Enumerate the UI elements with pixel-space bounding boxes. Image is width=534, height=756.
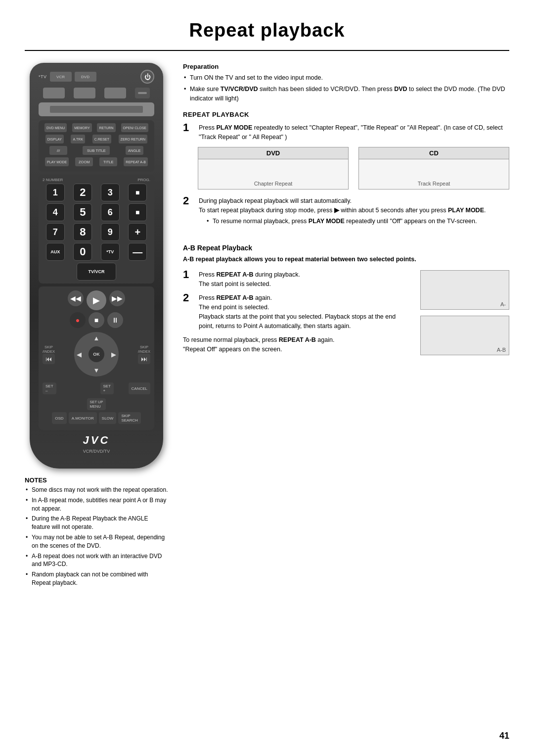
ab-bold-desc: A-B repeat playback allows you to repeat… — [183, 255, 509, 264]
remote-top-row: *TV VCR DVD ⏻ — [39, 70, 154, 84]
btn-9[interactable]: 9 — [101, 223, 120, 241]
skip-search-btn[interactable]: SKIPSEARCH — [118, 412, 140, 424]
skip-row: SKIP/INDEX ⏮ ▲ ▼ ◀ ▶ OK — [43, 330, 150, 378]
bars-btn[interactable]: /// — [49, 146, 67, 155]
btn-tv[interactable]: *TV — [101, 243, 120, 261]
dvd-cd-row: DVD Chapter Repeat CD Track Repeat — [198, 147, 509, 189]
btn-tvcr[interactable]: TV/VCR — [77, 263, 116, 281]
page-title: Repeat playback — [25, 20, 509, 41]
note-3: During the A-B Repeat Playback the ANGLE… — [25, 515, 168, 531]
note-2: In A-B repeat mode, subtitles near point… — [25, 496, 168, 513]
remote-control: *TV VCR DVD ⏻ — [30, 63, 163, 469]
zoom-btn[interactable]: ZOOM — [75, 157, 93, 166]
return-btn[interactable]: RETURN — [97, 123, 115, 132]
jvc-logo: JVC — [39, 434, 154, 447]
step2-block: 2 During playback repeat playback will s… — [183, 196, 509, 228]
btn-5[interactable]: 5 — [73, 203, 92, 221]
rewind-btn[interactable]: ◀◀ — [68, 290, 84, 306]
content-column: Preparation Turn ON the TV and set to th… — [183, 63, 509, 355]
note-5: A-B repeat does not work with an interac… — [25, 552, 168, 569]
btn-0[interactable]: 0 — [73, 243, 92, 261]
a-monitor-btn[interactable]: A.MONITOR — [69, 412, 97, 424]
step1-num: 1 — [183, 122, 194, 133]
ab-img-2-label: A-B — [497, 347, 506, 353]
ab-img-1: A- — [420, 270, 509, 310]
cd-header: CD — [359, 147, 509, 159]
dpad-down[interactable]: ▼ — [93, 367, 100, 374]
step1-block: 1 Press PLAY MODE repeatedly to select "… — [183, 123, 509, 189]
zero-return-btn[interactable]: ZERO RETURN — [119, 135, 148, 143]
preparation-title: Preparation — [183, 63, 509, 70]
repeat-playback-title: REPEAT PLAYBACK — [183, 111, 509, 118]
repeat-ab-btn[interactable]: REPEAT A-B — [124, 157, 148, 166]
dvd-menu-btn[interactable]: DVD MENU — [44, 123, 67, 132]
numpad: 2 NUMBER PROG. 1 2 3 ■ 4 5 6 ■ — [39, 175, 154, 284]
vcr-button[interactable]: VCR — [50, 72, 72, 82]
ok-btn[interactable]: OK — [89, 346, 104, 362]
dpad-left[interactable]: ◀ — [77, 351, 82, 358]
ab-step2-text: Press REPEAT A-B again. The end point is… — [199, 293, 410, 331]
rec-btn[interactable]: ● — [70, 312, 86, 328]
btn-6[interactable]: 6 — [101, 203, 120, 221]
dvd-header: DVD — [198, 147, 348, 159]
stop-btn[interactable]: ■ — [89, 312, 104, 328]
btn-minus[interactable]: — — [128, 243, 147, 261]
power-button[interactable]: ⏻ — [140, 70, 154, 84]
cd-content: Track Repeat — [359, 159, 509, 189]
display-btn[interactable]: DISPLAY — [45, 135, 64, 143]
cancel-btn[interactable]: CANCEL — [129, 382, 150, 394]
step2-text: During playback repeat playback will sta… — [199, 196, 509, 228]
dvd-button[interactable]: DVD — [75, 72, 96, 82]
setup-menu-btn[interactable]: SET UPMENU — [87, 398, 106, 410]
creset-btn[interactable]: C.RESET — [92, 135, 111, 143]
ab-images-col: A- A-B — [420, 270, 509, 355]
ab-section-title: A-B Repeat Playback — [183, 244, 509, 252]
ab-steps-layout: 1 Press REPEAT A-B during playback. The … — [183, 270, 509, 355]
slow-btn[interactable]: SLOW — [99, 412, 117, 424]
set-btn[interactable]: SET– — [43, 382, 56, 394]
ab-step2-row: 2 Press REPEAT A-B again. The end point … — [183, 293, 410, 331]
ab-step1-text: Press REPEAT A-B during playback. The st… — [199, 270, 410, 289]
play-btn[interactable]: ▶ — [87, 290, 106, 310]
pause-btn[interactable]: ⏸ — [107, 312, 123, 328]
page-number: 41 — [499, 731, 509, 741]
open-close-btn[interactable]: OPEN/ CLOSE — [121, 123, 148, 132]
ffwd-btn[interactable]: ▶▶ — [109, 290, 125, 306]
prep-item-2: Make sure TV/VCR/DVD switch has been sli… — [183, 85, 509, 103]
dpad-ring[interactable]: ▲ ▼ ◀ ▶ OK — [74, 332, 119, 377]
btn-8[interactable]: 8 — [73, 223, 92, 241]
dpad-right[interactable]: ▶ — [111, 351, 116, 358]
skip-prev-btn[interactable]: ⏮ — [43, 354, 55, 364]
btn-aux[interactable]: AUX — [46, 243, 65, 261]
title-btn[interactable]: TITLE — [99, 157, 117, 166]
bottom-btns: OSD A.MONITOR SLOW SKIPSEARCH — [52, 412, 140, 424]
btn-7[interactable]: 7 — [46, 223, 65, 241]
prog-label: PROG. — [137, 178, 150, 182]
ab-steps-text: 1 Press REPEAT A-B during playback. The … — [183, 270, 410, 354]
remote-column: *TV VCR DVD ⏻ — [25, 63, 168, 589]
ab-step1-row: 1 Press REPEAT A-B during playback. The … — [183, 270, 410, 289]
btn-plus[interactable]: + — [128, 223, 147, 241]
ab-resume-text: To resume normal playback, press REPEAT … — [183, 335, 410, 354]
atrk-btn[interactable]: A.TRK — [71, 135, 85, 143]
vcr-dvd-tv-label: VCR/DVD/TV — [39, 449, 154, 454]
ab-step2-num: 2 — [183, 292, 194, 303]
btn-3[interactable]: 3 — [101, 184, 120, 201]
btn-4[interactable]: 4 — [46, 203, 65, 221]
btn-prog-a[interactable]: ■ — [128, 184, 147, 201]
play-mode-btn[interactable]: PLAY MODE — [45, 157, 69, 166]
prep-list: Turn ON the TV and set to the video inpu… — [183, 73, 509, 103]
angle-btn[interactable]: ANGLE — [126, 146, 143, 155]
skip-left-label: SKIP/INDEX — [43, 345, 55, 354]
set-right-btn[interactable]: SET+ — [100, 382, 114, 394]
btn-prog-b[interactable]: ■ — [128, 203, 147, 221]
osd-btn[interactable]: OSD — [52, 412, 66, 424]
btn-2[interactable]: 2 — [73, 184, 92, 201]
cd-box: CD Track Repeat — [358, 147, 509, 189]
skip-next-btn[interactable]: ⏭ — [138, 354, 150, 364]
subtitle-btn[interactable]: SUB TITLE — [83, 146, 110, 155]
memory-btn[interactable]: MEMORY — [72, 123, 91, 132]
btn-1[interactable]: 1 — [46, 184, 65, 201]
main-layout: *TV VCR DVD ⏻ — [25, 63, 509, 589]
dpad-up[interactable]: ▲ — [93, 334, 100, 342]
